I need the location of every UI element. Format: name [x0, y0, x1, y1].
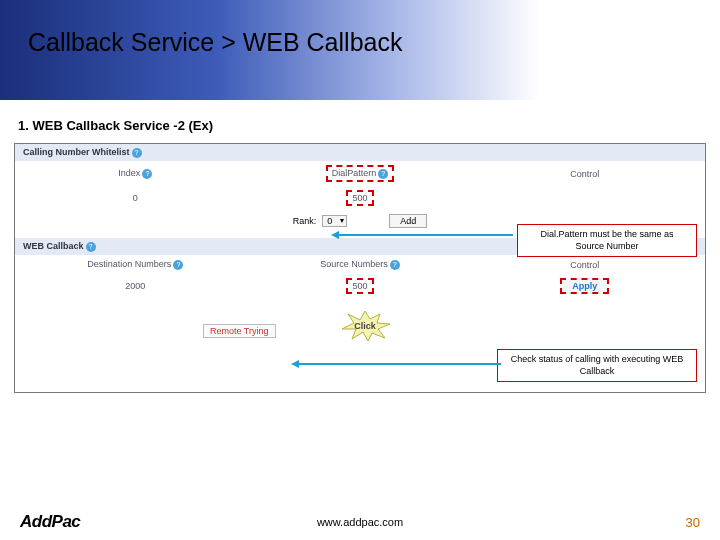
callout-dialpattern: Dial.Pattern must be the same as Source …: [517, 224, 697, 257]
page-number: 30: [686, 515, 700, 530]
whitelist-headers: Index? DialPattern? Control: [15, 161, 705, 186]
col-dialpattern: DialPattern?: [248, 165, 473, 182]
col-dest: Destination Numbers?: [23, 259, 248, 270]
logo: AddPac: [20, 512, 80, 532]
col-index: Index?: [23, 168, 248, 179]
status-value: Remote Trying: [203, 324, 276, 338]
whitelist-band: Calling Number Whitelist?: [15, 144, 705, 161]
section-subtitle: 1. WEB Callback Service -2 (Ex): [18, 118, 720, 133]
help-icon: ?: [173, 260, 183, 270]
whitelist-row: 0 500: [15, 186, 705, 210]
rank-select[interactable]: 0: [322, 215, 347, 227]
webcallback-row: 2000 500 Apply: [15, 274, 705, 298]
page-title: Callback Service > WEB Callback: [28, 28, 402, 57]
click-burst: Click: [340, 311, 390, 341]
arrow-to-dialpattern: [337, 234, 513, 236]
help-icon: ?: [390, 260, 400, 270]
rank-label: Rank:: [293, 216, 317, 226]
col-src: Source Numbers?: [248, 259, 473, 270]
apply-button[interactable]: Apply: [560, 278, 609, 294]
dest-value: 2000: [23, 281, 248, 291]
dialpattern-value: 500: [248, 190, 473, 206]
help-icon: ?: [142, 169, 152, 179]
arrow-to-status: [297, 363, 501, 365]
footer-url: www.addpac.com: [317, 516, 403, 528]
help-icon: ?: [378, 169, 388, 179]
footer: AddPac www.addpac.com 30: [0, 512, 720, 532]
index-value: 0: [23, 193, 248, 203]
col-control: Control: [472, 169, 697, 179]
help-icon: ?: [132, 148, 142, 158]
webcallback-headers: Destination Numbers? Source Numbers? Con…: [15, 255, 705, 274]
header-band: Callback Service > WEB Callback: [0, 0, 720, 100]
screenshot-area: Calling Number Whitelist? Index? DialPat…: [14, 143, 706, 393]
add-button[interactable]: Add: [389, 214, 427, 228]
src-value: 500: [248, 278, 473, 294]
col-control2: Control: [472, 260, 697, 270]
callout-status: Check status of calling with executing W…: [497, 349, 697, 382]
help-icon: ?: [86, 242, 96, 252]
